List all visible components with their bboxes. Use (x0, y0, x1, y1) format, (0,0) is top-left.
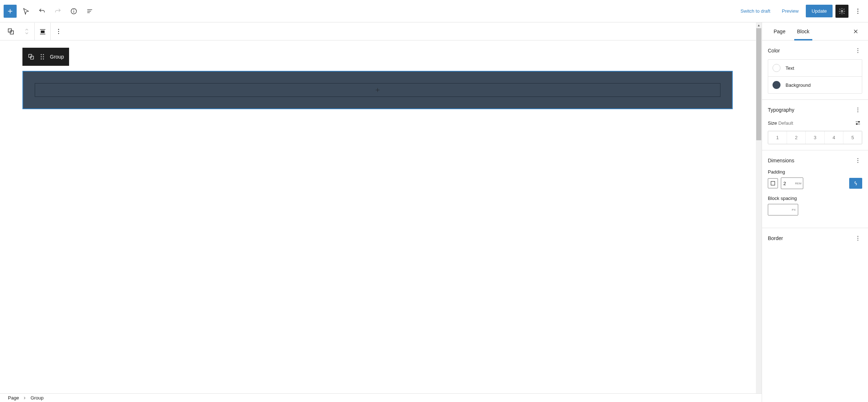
custom-size-toggle[interactable] (854, 119, 862, 127)
update-button[interactable]: Update (806, 5, 833, 17)
group-block[interactable] (22, 71, 733, 109)
svg-point-46 (858, 236, 858, 237)
svg-point-19 (58, 33, 59, 34)
typography-panel-menu[interactable] (854, 106, 862, 114)
sidebar-tabs: Page Block (762, 22, 868, 40)
breadcrumb-current[interactable]: Group (30, 395, 43, 401)
block-contextual-toolbar (0, 22, 762, 40)
size-5[interactable]: 5 (843, 131, 862, 144)
color-text-row[interactable]: Text (768, 60, 862, 76)
tab-page[interactable]: Page (768, 22, 791, 40)
dimensions-panel-menu[interactable] (854, 156, 862, 165)
size-3[interactable]: 3 (805, 131, 824, 144)
svg-point-42 (858, 158, 858, 159)
svg-point-43 (858, 160, 858, 161)
svg-point-23 (43, 54, 44, 55)
color-background-row[interactable]: Background (768, 76, 862, 93)
svg-point-27 (43, 59, 44, 60)
border-panel-menu[interactable] (854, 234, 862, 243)
settings-button[interactable] (835, 5, 848, 18)
svg-point-35 (858, 108, 858, 108)
svg-point-41 (856, 124, 858, 125)
svg-point-48 (858, 240, 858, 240)
padding-unit[interactable]: REM (795, 182, 801, 185)
padding-label: Padding (768, 169, 862, 175)
padding-sides-button[interactable] (768, 178, 778, 188)
scroll-thumb[interactable] (756, 28, 761, 140)
border-panel-title: Border (768, 235, 783, 241)
svg-point-25 (43, 56, 44, 57)
background-color-swatch (773, 81, 780, 89)
svg-point-47 (858, 238, 858, 239)
svg-point-24 (41, 56, 42, 57)
more-options-button[interactable] (851, 5, 864, 18)
block-spacing-unit[interactable]: PX (792, 208, 796, 211)
dimensions-panel: Dimensions Padding REM Block spacing (762, 150, 868, 228)
svg-point-37 (858, 111, 858, 112)
toolbar-right: Switch to draft Preview Update (736, 5, 864, 18)
list-view-button[interactable] (83, 5, 96, 18)
svg-point-32 (858, 48, 858, 49)
padding-input[interactable]: REM (781, 178, 803, 189)
svg-rect-13 (10, 31, 13, 34)
dimensions-panel-title: Dimensions (768, 158, 794, 163)
editor-canvas-wrap: Group ▲ ▼ Page Group (0, 22, 762, 402)
editor-canvas[interactable]: Group (0, 40, 762, 402)
chevron-right-icon (22, 396, 27, 400)
svg-point-33 (858, 50, 858, 51)
svg-point-11 (858, 13, 859, 14)
padding-value-field[interactable] (783, 181, 793, 186)
color-list: Text Background (768, 59, 862, 94)
top-toolbar: Switch to draft Preview Update (0, 0, 868, 22)
color-panel: Color Text Background (762, 40, 868, 100)
border-panel: Border (762, 228, 868, 248)
typography-panel-title: Typography (768, 107, 794, 113)
block-spacing-label: Block spacing (768, 196, 862, 201)
add-block-button[interactable] (4, 5, 17, 18)
breadcrumb-root[interactable]: Page (8, 395, 19, 401)
color-text-label: Text (786, 65, 794, 71)
undo-button[interactable] (35, 5, 48, 18)
block-more-options[interactable] (51, 23, 67, 40)
block-spacing-input[interactable]: PX (768, 204, 798, 215)
size-presets: 1 2 3 4 5 (768, 131, 862, 144)
tab-block[interactable]: Block (791, 22, 815, 40)
info-button[interactable] (67, 5, 80, 18)
switch-to-draft-button[interactable]: Switch to draft (736, 5, 774, 17)
svg-point-8 (841, 10, 843, 12)
group-icon (27, 53, 35, 60)
svg-rect-15 (41, 31, 44, 33)
padding-link-button[interactable] (849, 178, 862, 189)
color-panel-menu[interactable] (854, 46, 862, 55)
close-sidebar-button[interactable] (849, 25, 862, 38)
svg-point-39 (859, 121, 860, 123)
size-1[interactable]: 1 (768, 131, 787, 144)
svg-point-18 (58, 31, 59, 32)
block-floating-label: Group (22, 48, 69, 66)
block-align-button[interactable] (35, 23, 51, 40)
svg-rect-45 (771, 181, 775, 185)
drag-handle-icon[interactable] (40, 54, 45, 60)
block-parent-selector[interactable] (3, 23, 19, 40)
svg-point-34 (858, 52, 858, 53)
color-background-label: Background (786, 82, 810, 88)
size-2[interactable]: 2 (787, 131, 805, 144)
svg-point-10 (858, 10, 859, 12)
redo-button[interactable] (51, 5, 64, 18)
breadcrumb: Page Group (0, 393, 762, 402)
select-tool-button[interactable] (20, 5, 33, 18)
scroll-up-arrow[interactable]: ▲ (756, 22, 762, 28)
block-mover[interactable] (19, 23, 35, 40)
svg-point-17 (58, 29, 59, 30)
canvas-scrollbar[interactable]: ▲ ▼ (756, 22, 762, 402)
size-4[interactable]: 4 (824, 131, 843, 144)
color-panel-title: Color (768, 48, 780, 54)
svg-point-26 (41, 59, 42, 60)
svg-point-36 (858, 110, 858, 110)
svg-point-44 (858, 162, 858, 163)
svg-rect-12 (8, 29, 12, 32)
preview-button[interactable]: Preview (778, 5, 803, 17)
group-appender[interactable] (35, 83, 720, 97)
svg-point-9 (858, 8, 859, 9)
svg-rect-20 (29, 54, 31, 57)
